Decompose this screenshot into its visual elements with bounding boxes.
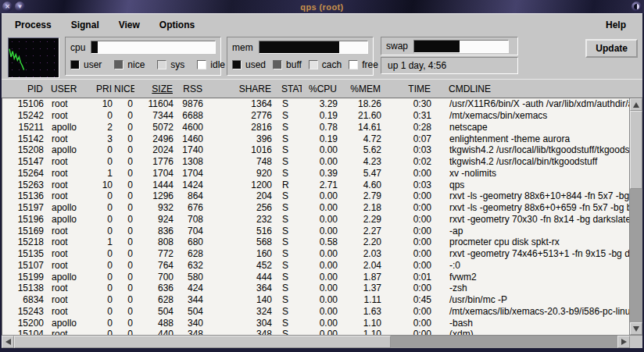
- cpu-segment-user: [91, 41, 98, 53]
- vertical-scrollbar-trough[interactable]: [630, 189, 642, 322]
- table-row[interactable]: 15197apollo00932676256S0.002.180:00rxvt …: [2, 202, 629, 214]
- table-row[interactable]: 15218root10808680568S0.582.200:00procmet…: [2, 236, 629, 248]
- legend-label: idle: [210, 59, 225, 70]
- uptime-text: up 1 day, 4:56: [388, 60, 446, 71]
- column-header-rss[interactable]: RSS: [175, 84, 205, 94]
- table-row[interactable]: 15104root00440348348S0.001.100:00(xdm): [2, 329, 629, 335]
- user-color-swatch: [70, 60, 80, 69]
- column-header-share[interactable]: SHARE: [205, 84, 274, 94]
- scroll-up-button[interactable]: [630, 98, 642, 111]
- table-row[interactable]: 15169root00836704516S0.002.270:00-ap: [2, 225, 629, 236]
- table-row[interactable]: 6834root00628344140S0.001.110:45/usr/bin…: [2, 294, 629, 306]
- scroll-left-button[interactable]: [2, 336, 14, 348]
- table-area: 15106root1001160498761364S3.2918.260:30/…: [2, 98, 642, 335]
- mem-label: mem: [232, 42, 253, 53]
- swap-segment-free: [460, 41, 508, 52]
- cpu-history-graph: [8, 37, 59, 78]
- sys-color-swatch: [157, 60, 166, 69]
- menubar-items: ProcessSignalViewOptions: [8, 20, 207, 30]
- swap-usage-bar: [413, 40, 509, 53]
- column-header-cmdline[interactable]: CMDLINE: [433, 84, 642, 94]
- legend-user[interactable]: user: [70, 59, 102, 70]
- legend-used[interactable]: used: [232, 59, 266, 70]
- legend-label: used: [245, 59, 266, 70]
- column-header-stat[interactable]: STAT: [274, 84, 302, 94]
- swap-panel: swap: [381, 37, 518, 55]
- table-row[interactable]: 15199apollo00700580444S0.001.870:01fvwm2: [2, 271, 629, 283]
- column-header-pid[interactable]: PID: [2, 84, 45, 94]
- legend-nice[interactable]: nice: [114, 59, 145, 70]
- table-row[interactable]: 15107root00764632452S0.002.040:00-:0: [2, 260, 629, 272]
- column-header-time[interactable]: TIME: [383, 84, 433, 94]
- uptime-panel: up 1 day, 4:56: [381, 57, 518, 74]
- menu-item-options[interactable]: Options: [152, 20, 202, 30]
- table-row[interactable]: 15243root00504504324S0.001.630:00/mt/xem…: [2, 306, 629, 318]
- column-header-nice[interactable]: NICE: [114, 84, 134, 94]
- legend-label: nice: [127, 59, 145, 70]
- horizontal-scrollbar-trough[interactable]: [391, 336, 617, 348]
- used-color-swatch: [232, 60, 242, 69]
- horizontal-scrollbar[interactable]: [2, 335, 642, 348]
- legend-label: cach: [322, 59, 342, 70]
- table-row[interactable]: 15208apollo00202417401016S0.005.620:03tk…: [2, 144, 629, 156]
- buff-color-swatch: [273, 60, 282, 69]
- toolbar: cpu usernicesysidle mem usedbuffcachfree…: [2, 35, 642, 79]
- client-area: ProcessSignalViewOptions Help cpu userni…: [2, 13, 642, 348]
- titlebar[interactable]: ✕ ▼ qps (root): [0, 0, 644, 13]
- scroll-right-button[interactable]: [617, 336, 630, 348]
- vertical-scrollbar[interactable]: [629, 98, 642, 335]
- swap-section: swap up 1 day, 4:56: [381, 37, 518, 74]
- cach-color-swatch: [309, 60, 318, 69]
- arrow-right-icon: [621, 339, 627, 345]
- table-row[interactable]: 15147root0017761308748S0.004.230:02tkgwi…: [2, 156, 629, 168]
- table-row[interactable]: 15242root00734466882776S0.1921.600:31/mt…: [2, 110, 629, 122]
- table-row[interactable]: 15106root1001160498761364S3.2918.260:30/…: [2, 98, 629, 110]
- arrow-down-icon: [633, 326, 639, 332]
- legend-label: user: [84, 59, 102, 70]
- vertical-scrollbar-thumb[interactable]: [630, 111, 642, 189]
- mem-panel: mem usedbuffcachfree: [227, 37, 374, 76]
- column-header-pri[interactable]: PRI: [92, 84, 114, 94]
- table-row[interactable]: 15136root001296864204S0.002.790:00rxvt -…: [2, 190, 629, 202]
- cpu-panel: cpu usernicesysidle: [65, 37, 221, 76]
- qps-window: ✕ ▼ qps (root) ProcessSignalViewOptions …: [0, 0, 644, 352]
- cpu-usage-bar: [91, 41, 216, 54]
- swap-segment-used: [414, 41, 460, 52]
- table-row[interactable]: 15211apollo20507246002816S0.7814.610:28n…: [2, 122, 629, 133]
- column-header-user[interactable]: USER: [45, 84, 92, 94]
- legend-cach[interactable]: cach: [309, 59, 342, 70]
- legend-free[interactable]: free: [349, 59, 378, 70]
- cpu-legend: usernicesysidle: [70, 57, 216, 73]
- mem-usage-bar: [259, 41, 368, 54]
- legend-sys[interactable]: sys: [157, 59, 184, 70]
- mem-segment-used: [259, 41, 339, 53]
- table-row[interactable]: 15263root100144414241200R2.714.600:03qps: [2, 179, 629, 190]
- window-title: qps (root): [0, 2, 644, 12]
- table-row[interactable]: 15138root00636424364S0.001.370:00-zsh: [2, 283, 629, 294]
- legend-idle[interactable]: idle: [197, 59, 225, 70]
- swap-label: swap: [386, 41, 408, 52]
- update-button[interactable]: Update: [585, 39, 638, 58]
- table-row[interactable]: 15200apollo00488340304S0.001.100:00-bash: [2, 317, 629, 329]
- table-row[interactable]: 15196apollo00924708232S0.002.290:00rxvt …: [2, 214, 629, 226]
- column-header-mem[interactable]: %MEM: [339, 84, 383, 94]
- legend-buff[interactable]: buff: [273, 59, 302, 70]
- menu-item-help[interactable]: Help: [603, 20, 629, 30]
- menu-item-view[interactable]: View: [112, 20, 147, 30]
- cpu-segment-idle: [98, 41, 215, 53]
- scroll-down-button[interactable]: [630, 322, 642, 335]
- legend-label: free: [362, 59, 378, 70]
- nice-color-swatch: [114, 60, 123, 69]
- mem-legend: usedbuffcachfree: [232, 57, 368, 73]
- table-row[interactable]: 15142root3024961460396S0.194.720:07enlig…: [2, 133, 629, 144]
- horizontal-scrollbar-thumb[interactable]: [14, 336, 391, 348]
- menu-item-process[interactable]: Process: [8, 20, 59, 30]
- process-table-body: 15106root1001160498761364S3.2918.260:30/…: [2, 98, 629, 335]
- menu-item-signal[interactable]: Signal: [64, 20, 106, 30]
- legend-label: buff: [286, 59, 302, 70]
- table-header-row: PIDUSERPRINICESIZERSSSHARESTAT%CPU%MEMTI…: [2, 79, 642, 98]
- table-row[interactable]: 15264root1017041704920S0.395.470:00xv -n…: [2, 168, 629, 180]
- table-row[interactable]: 15135root00772628160S0.002.030:00rxvt -g…: [2, 248, 629, 260]
- column-header-cpu[interactable]: %CPU: [302, 84, 339, 94]
- column-header-size[interactable]: SIZE: [134, 84, 175, 94]
